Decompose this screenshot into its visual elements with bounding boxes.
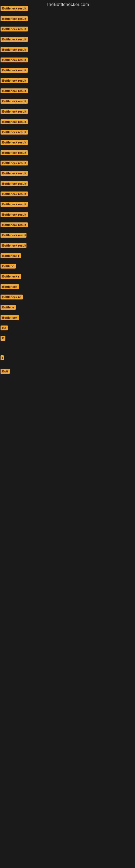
bottleneck-item: Bottleneck result (1, 171, 28, 177)
bottleneck-result-label: Bottleneck result (1, 109, 28, 114)
bottleneck-result-label: Bottleneck result (1, 47, 28, 52)
bottleneck-item: Bottleneck result (1, 161, 28, 166)
bottleneck-item: Bottleneck result (1, 88, 28, 94)
bottleneck-item: Bottleneck result (1, 212, 28, 218)
bottleneck-result-label: Bottlene (1, 305, 16, 310)
bottleneck-result-label: Bottleneck result (1, 88, 28, 93)
bottleneck-item: Bottleneck result (1, 47, 28, 53)
bottleneck-result-label: Bottlene (1, 264, 16, 269)
bottleneck-result-label: Bottleneck result (1, 161, 28, 165)
bottleneck-result-label: Bottleneck result (1, 243, 27, 248)
bottleneck-item: I (1, 355, 4, 361)
bottleneck-item: Bottleneck result (1, 27, 28, 33)
bottleneck-item: Bott (1, 369, 10, 375)
bottleneck-result-label: I (1, 355, 4, 360)
bottleneck-item: B (1, 336, 5, 342)
bottleneck-item: Bottleneck result (1, 150, 28, 156)
bottleneck-result-label: Bottleneck result (1, 58, 28, 62)
bottleneck-item: Bottleneck result (1, 37, 28, 43)
bottleneck-item: Bottleneck (1, 315, 19, 321)
bottleneck-item: Bottleneck result (1, 191, 28, 197)
bottleneck-result-label: Bo (1, 326, 8, 330)
bottleneck-item: Bottleneck result (1, 119, 28, 125)
bottleneck-item: Bottlene (1, 305, 16, 311)
bottleneck-item: Bo (1, 326, 8, 332)
bottleneck-item: Bottlene (1, 264, 16, 270)
bottleneck-result-label: Bottleneck result (1, 191, 28, 196)
bottleneck-item: Bottleneck result (1, 16, 28, 22)
bottleneck-item: Bottleneck result (1, 222, 28, 228)
bottleneck-result-label: Bottleneck re (1, 294, 23, 300)
bottleneck-item: Bottleneck r (1, 274, 21, 280)
bottleneck-item: Bottleneck result (1, 78, 28, 84)
bottleneck-item: Bottleneck result (1, 243, 27, 249)
bottleneck-item: Bottleneck result (1, 233, 27, 239)
bottleneck-result-label: Bottleneck result (1, 222, 28, 227)
bottleneck-result-label: Bottleneck result (1, 37, 28, 42)
bottleneck-item: Bottleneck result (1, 130, 28, 135)
bottleneck-result-label: Bottleneck result (1, 202, 28, 207)
bottleneck-result-label: Bottleneck result (1, 233, 27, 238)
bottleneck-item: Bottleneck result (1, 140, 28, 146)
bottleneck-item: Bottleneck re (1, 294, 23, 301)
bottleneck-item: Bottleneck r (1, 253, 21, 259)
bottleneck-result-label: Bottleneck (1, 315, 19, 320)
bottleneck-result-label: Bottleneck result (1, 130, 28, 134)
bottleneck-result-label: Bottleneck result (1, 78, 28, 83)
bottleneck-item: Bottleneck result (1, 68, 28, 74)
bottleneck-item: Bottleneck result (1, 109, 28, 115)
bottleneck-item: Bottleneck result (1, 58, 28, 63)
bottleneck-result-label: Bottleneck (1, 284, 19, 289)
bottleneck-result-label: Bottleneck result (1, 6, 28, 11)
bottleneck-result-label: Bottleneck result (1, 119, 28, 124)
bottleneck-result-label: Bottleneck result (1, 68, 28, 73)
bottleneck-result-label: Bottleneck result (1, 99, 28, 104)
bottleneck-item: Bottleneck result (1, 6, 28, 12)
bottleneck-item: Bottleneck result (1, 99, 28, 105)
bottleneck-result-label: Bottleneck r (1, 253, 21, 258)
bottleneck-result-label: Bottleneck result (1, 212, 28, 217)
bottleneck-result-label: Bottleneck result (1, 150, 28, 155)
bottleneck-result-label: Bottleneck result (1, 16, 28, 21)
bottleneck-item: Bottleneck result (1, 202, 28, 208)
bottleneck-item: Bottleneck result (1, 181, 28, 187)
bottleneck-result-label: Bott (1, 369, 10, 374)
bottleneck-item: Bottleneck (1, 284, 19, 290)
bottleneck-result-label: Bottleneck result (1, 181, 28, 186)
bottleneck-result-label: Bottleneck result (1, 171, 28, 176)
bottleneck-result-label: Bottleneck r (1, 274, 21, 279)
bottleneck-result-label: Bottleneck result (1, 140, 28, 145)
bottleneck-result-label: Bottleneck result (1, 27, 28, 31)
bottleneck-result-label: B (1, 336, 5, 341)
